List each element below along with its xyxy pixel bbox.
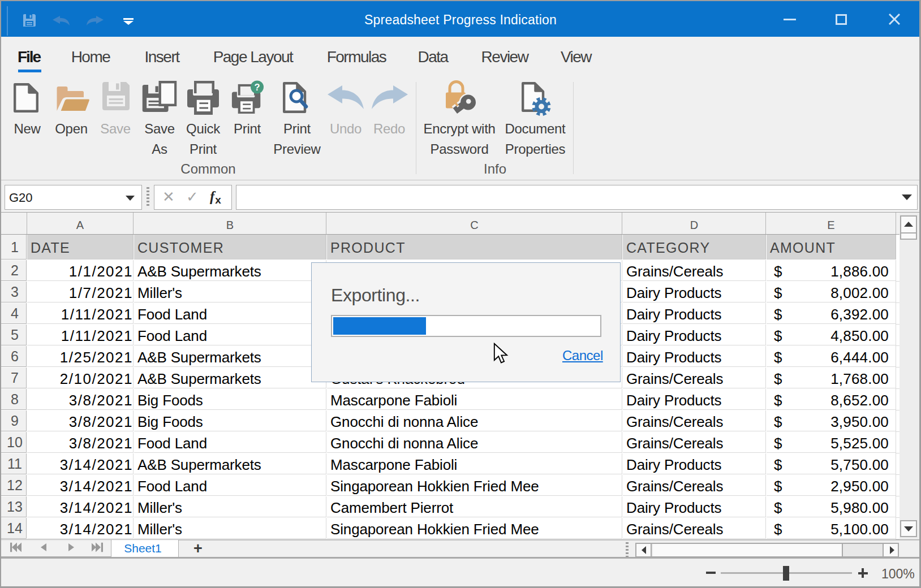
svg-text:?: ? <box>254 82 260 92</box>
